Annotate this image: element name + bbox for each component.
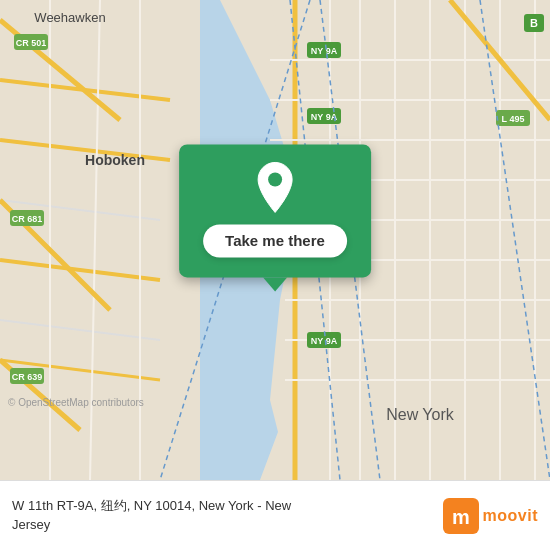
green-popup-box: Take me there: [179, 144, 371, 277]
address-text-line2: Jersey: [12, 516, 431, 534]
moovit-logo: m moovit: [443, 498, 538, 534]
svg-text:L 495: L 495: [502, 114, 525, 124]
moovit-text: moovit: [483, 507, 538, 525]
svg-point-57: [268, 172, 282, 186]
svg-text:NY 9A: NY 9A: [311, 112, 338, 122]
svg-text:Hoboken: Hoboken: [85, 152, 145, 168]
take-me-there-button[interactable]: Take me there: [203, 224, 347, 257]
svg-text:m: m: [452, 506, 470, 528]
bottom-bar: W 11th RT-9A, 纽约, NY 10014, New York - N…: [0, 480, 550, 550]
location-pin-icon: [253, 160, 297, 214]
osm-credit: © OpenStreetMap contributors: [8, 397, 144, 408]
svg-text:NY 9A: NY 9A: [311, 46, 338, 56]
popup-tail: [263, 277, 287, 291]
svg-text:CR 681: CR 681: [12, 214, 43, 224]
address-text: W 11th RT-9A, 纽约, NY 10014, New York - N…: [12, 497, 431, 515]
address-section: W 11th RT-9A, 纽约, NY 10014, New York - N…: [12, 497, 431, 533]
svg-text:CR 501: CR 501: [16, 38, 47, 48]
svg-text:B: B: [530, 17, 538, 29]
svg-text:CR 639: CR 639: [12, 372, 43, 382]
moovit-icon: m: [443, 498, 479, 534]
svg-text:New York: New York: [386, 406, 455, 423]
svg-text:Weehawken: Weehawken: [34, 10, 105, 25]
map-container: NY 9A NY 9A NY 9A CR 501 CR 681 CR 639 L…: [0, 0, 550, 480]
location-popup: Take me there: [179, 144, 371, 291]
svg-marker-3: [0, 0, 200, 480]
svg-text:NY 9A: NY 9A: [311, 336, 338, 346]
